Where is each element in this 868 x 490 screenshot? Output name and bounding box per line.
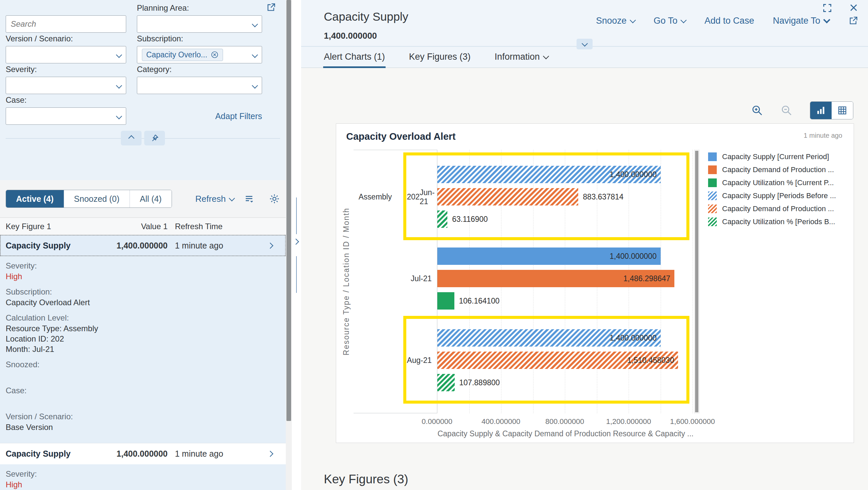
x-tick-label: 0.000000 bbox=[422, 417, 452, 426]
pin-filter-button[interactable] bbox=[144, 131, 165, 145]
tab-key-figures[interactable]: Key Figures (3) bbox=[409, 52, 471, 67]
refresh-button[interactable]: Refresh bbox=[195, 194, 234, 204]
gear-icon[interactable] bbox=[269, 193, 280, 204]
alert-row-refresh-time: 1 minute ago bbox=[175, 449, 223, 459]
chart-bar[interactable]: 107.889800 bbox=[437, 374, 455, 391]
left-scrollbar-thumb[interactable] bbox=[286, 0, 291, 421]
subscription-label: Subscription: bbox=[137, 33, 262, 46]
alert-row[interactable]: Capacity Supply1,400.0000001 minute ago bbox=[0, 443, 286, 464]
splitter-grip bbox=[296, 256, 297, 293]
subscription-select[interactable]: Capacity Overlo... bbox=[137, 46, 262, 63]
tab-information[interactable]: Information bbox=[495, 52, 548, 67]
legend-item[interactable]: Capacity Supply [Current Period] bbox=[708, 153, 848, 161]
chart-plot-area: 1,400.000000883.63781463.1169001,400.000… bbox=[437, 150, 694, 413]
bar-value-label: 1,486.298647 bbox=[623, 274, 670, 283]
go-to-button[interactable]: Go To bbox=[654, 16, 686, 26]
tab-active[interactable]: Active (4) bbox=[6, 190, 64, 207]
bar-group: 1,400.0000001,486.298647106.164100 bbox=[437, 237, 694, 319]
navigate-to-button[interactable]: Navigate To bbox=[773, 16, 829, 26]
add-to-case-button[interactable]: Add to Case bbox=[705, 16, 754, 26]
chevron-down-icon bbox=[116, 52, 122, 58]
splitter-grip bbox=[296, 197, 297, 234]
severity-select[interactable] bbox=[6, 77, 126, 94]
table-view-button[interactable] bbox=[832, 102, 853, 119]
legend-item[interactable]: Capacity Utilization % [Periods B... bbox=[708, 218, 848, 226]
tab-snoozed[interactable]: Snoozed (0) bbox=[64, 190, 129, 207]
chevron-down-icon bbox=[116, 83, 122, 88]
chart-bar[interactable]: 1,400.000000 bbox=[437, 166, 661, 183]
left-scrollbar-track[interactable] bbox=[286, 0, 292, 490]
x-tick-label: 800.000000 bbox=[545, 417, 584, 426]
alert-chart-card: Capacity Overload Alert 1 minute ago Res… bbox=[336, 123, 854, 443]
search-input[interactable] bbox=[11, 19, 121, 29]
zoom-out-icon[interactable] bbox=[780, 104, 793, 117]
expand-panel-icon[interactable] bbox=[293, 238, 299, 244]
snooze-button[interactable]: Snooze bbox=[596, 16, 635, 26]
panel-splitter[interactable] bbox=[292, 0, 301, 490]
chart-title: Capacity Overload Alert bbox=[346, 131, 456, 142]
bar-value-label: 1,400.000000 bbox=[610, 333, 657, 342]
close-icon[interactable] bbox=[849, 3, 859, 13]
legend-label: Capacity Utilization % [Current P... bbox=[722, 178, 834, 187]
sort-filter-icon[interactable] bbox=[243, 193, 255, 204]
collapse-header-button[interactable] bbox=[577, 39, 593, 50]
planning-area-select[interactable] bbox=[137, 15, 262, 33]
version-scenario-label: Version / Scenario: bbox=[6, 33, 126, 46]
chevron-right-icon bbox=[267, 242, 273, 249]
page-title-value: 1,400.000000 bbox=[324, 31, 377, 41]
detail-field-value: High bbox=[6, 479, 280, 490]
chart-bar[interactable]: 1,486.298647 bbox=[437, 270, 674, 287]
column-value: Value 1 bbox=[116, 222, 167, 231]
chart-table-toggle bbox=[810, 101, 853, 120]
key-figures-section: Key Figures (3) bbox=[324, 472, 853, 490]
column-refresh-time: Refresh Time bbox=[175, 222, 223, 231]
chart-bar[interactable]: 883.637814 bbox=[437, 188, 578, 205]
tab-alert-charts[interactable]: Alert Charts (1) bbox=[324, 52, 385, 67]
legend-label: Capacity Demand of Production ... bbox=[722, 204, 834, 213]
alert-state-segmented: Active (4) Snoozed (0) All (4) bbox=[6, 190, 172, 208]
legend-item[interactable]: Capacity Utilization % [Current P... bbox=[708, 178, 848, 187]
chart-bar[interactable]: 63.116900 bbox=[437, 210, 447, 228]
chart-bar[interactable]: 1,510.458030 bbox=[437, 352, 678, 369]
chart-bar[interactable]: 106.164100 bbox=[437, 292, 454, 309]
chart-view-button[interactable] bbox=[810, 102, 832, 119]
alert-row-value: 1,400.000000 bbox=[116, 241, 167, 251]
alert-filter-panel: Planning Area: Version / Scenario: Subsc… bbox=[0, 0, 286, 490]
alert-row-title: Capacity Supply bbox=[6, 449, 116, 459]
category-select[interactable] bbox=[137, 77, 262, 94]
detail-field-label: Severity: bbox=[6, 260, 280, 271]
collapse-filter-button[interactable] bbox=[121, 131, 142, 145]
legend-item[interactable]: Capacity Demand of Production ... bbox=[708, 204, 848, 213]
alert-row[interactable]: Capacity Supply1,400.0000001 minute ago bbox=[0, 235, 286, 256]
chevron-up-icon bbox=[128, 135, 134, 141]
version-scenario-select[interactable] bbox=[6, 46, 126, 63]
chart-scrollbar-thumb[interactable] bbox=[695, 151, 699, 412]
chart-bar[interactable]: 1,400.000000 bbox=[437, 248, 661, 265]
legend-item[interactable]: Capacity Supply [Periods Before ... bbox=[708, 192, 848, 200]
case-select[interactable] bbox=[6, 107, 126, 125]
y-axis-labels: Assembly202Jun-21Jul-21Aug-21 bbox=[353, 150, 437, 413]
detail-field-value: High bbox=[6, 271, 280, 282]
bar-value-label: 107.889800 bbox=[459, 378, 500, 387]
chart-legend: Capacity Supply [Current Period]Capacity… bbox=[708, 150, 848, 230]
detail-field: Calculation Level:Resource Type: Assembl… bbox=[6, 312, 280, 354]
share-icon[interactable] bbox=[266, 2, 276, 13]
chart-scrollbar-track[interactable] bbox=[694, 150, 700, 413]
detail-field: Case: bbox=[6, 385, 280, 406]
fullscreen-icon[interactable] bbox=[822, 3, 833, 13]
remove-token-icon[interactable] bbox=[211, 51, 219, 59]
subscription-token[interactable]: Capacity Overlo... bbox=[142, 49, 223, 61]
chart-bar[interactable]: 1,400.000000 bbox=[437, 329, 661, 347]
tab-all[interactable]: All (4) bbox=[129, 190, 172, 207]
adapt-filters-link[interactable]: Adapt Filters bbox=[215, 111, 262, 121]
chevron-down-icon bbox=[116, 113, 122, 119]
chevron-down-icon bbox=[681, 17, 687, 23]
x-tick-label: 400.000000 bbox=[482, 417, 520, 426]
chevron-down-icon bbox=[543, 53, 549, 59]
zoom-in-icon[interactable] bbox=[751, 104, 763, 117]
legend-item[interactable]: Capacity Demand of Production ... bbox=[708, 165, 848, 174]
share-icon[interactable] bbox=[848, 15, 859, 26]
case-label-spacer bbox=[137, 94, 262, 107]
legend-swatch bbox=[708, 218, 717, 226]
detail-field: Version / Scenario:Base Version bbox=[6, 411, 280, 432]
